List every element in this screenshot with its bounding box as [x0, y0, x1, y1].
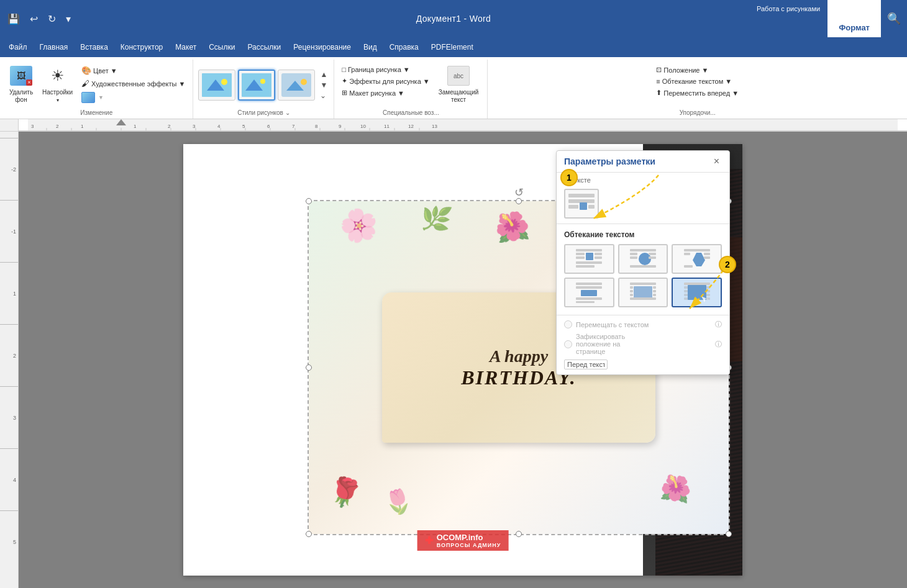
document-area[interactable]: ↺ 🌸 🌿 🌺 🌼 🌹 🌷 🌸 🌺 A happy: [19, 132, 907, 588]
pic-layout-button[interactable]: ⊞ Макет рисунка ▼: [339, 88, 432, 98]
handle-top-left[interactable]: [306, 198, 312, 204]
customize-qat-button[interactable]: ▾: [62, 11, 75, 27]
svg-text:2: 2: [168, 124, 171, 129]
redo-button[interactable]: ↻: [44, 11, 60, 27]
remove-bg-button[interactable]: 🖼 ✕ Удалитьфон: [5, 62, 37, 106]
wrap-text-button[interactable]: ≡ Обтекание текстом ▼: [654, 76, 741, 86]
svg-text:9: 9: [339, 124, 342, 129]
menu-pdfelement[interactable]: PDFElement: [425, 40, 480, 54]
svg-text:7: 7: [292, 124, 295, 129]
pic-effects-button[interactable]: ✦ Эффекты для рисунка ▼: [339, 76, 432, 86]
svg-text:3: 3: [193, 124, 196, 129]
handle-bot-center[interactable]: [516, 531, 522, 537]
menu-insert[interactable]: Вставка: [74, 40, 114, 54]
rotate-handle[interactable]: ↺: [514, 186, 524, 199]
handle-mid-left[interactable]: [306, 364, 312, 371]
svg-rect-72: [581, 290, 597, 296]
wrap-through-button[interactable]: [672, 244, 722, 274]
color-button[interactable]: 🎨 Цвет ▼: [79, 65, 188, 76]
format-tab[interactable]: Формат: [827, 0, 881, 37]
save-button[interactable]: 💾: [4, 11, 24, 27]
pic-style-1[interactable]: [198, 70, 235, 101]
settings-icon: ☀: [45, 65, 70, 87]
handle-top-center[interactable]: [516, 198, 522, 204]
svg-rect-63: [630, 265, 656, 268]
wrap-top-bottom-button[interactable]: [564, 278, 614, 307]
menu-review[interactable]: Рецензирование: [287, 40, 357, 54]
svg-text:12: 12: [408, 124, 414, 129]
handle-bot-left[interactable]: [306, 531, 312, 537]
pic-border-label: Граница рисунка ▼: [348, 66, 410, 73]
undo-button[interactable]: ↩: [26, 11, 42, 27]
wrap-tight-button[interactable]: [618, 244, 668, 274]
pic-style-2[interactable]: [238, 70, 275, 101]
svg-text:10: 10: [360, 124, 366, 129]
menu-home[interactable]: Главная: [34, 40, 75, 54]
watermark-tagline: ВОПРОСЫ АДМИНУ: [437, 542, 501, 548]
svg-rect-71: [576, 286, 602, 289]
pic-styles-row1: [198, 70, 315, 101]
svg-rect-10: [28, 119, 898, 131]
panel-divider-2: [557, 315, 729, 315]
position-icon: ⊡: [656, 66, 662, 74]
fix-position-label: Зафиксироватьположение настранице: [576, 333, 625, 355]
wrap-square-button[interactable]: [564, 244, 614, 274]
move-with-text-radio[interactable]: [564, 320, 572, 328]
svg-rect-64: [684, 249, 710, 251]
annotation-1: 1: [560, 169, 578, 186]
move-with-text-label: Перемещать с текстом: [576, 321, 649, 328]
change-group-label: Изменение: [5, 108, 188, 119]
inline-options: [557, 186, 729, 221]
fix-position-info-icon[interactable]: ⓘ: [715, 340, 722, 349]
style-scroll-buttons[interactable]: ▲ ▼ ⌄: [319, 70, 329, 100]
svg-text:5: 5: [242, 124, 245, 129]
scroll-up-button[interactable]: ▲: [320, 70, 327, 79]
fix-position-radio[interactable]: [564, 340, 572, 348]
bring-forward-button[interactable]: ⬆ Переместить вперед ▼: [654, 88, 741, 98]
search-button[interactable]: 🔍: [881, 0, 907, 37]
svg-rect-49: [576, 249, 602, 251]
ruler-mark-neg2: -2: [0, 138, 18, 200]
pic-style-3[interactable]: [278, 70, 315, 101]
watermark: ✚ OCOMP.info ВОПРОСЫ АДМИНУ: [417, 530, 509, 551]
special-col: □ Граница рисунка ▼ ✦ Эффекты для рисунк…: [339, 62, 432, 98]
position-button[interactable]: ⊡ Положение ▼: [654, 65, 741, 75]
wrap-text-label: Обтекание текстом ▼: [662, 78, 732, 85]
menu-file[interactable]: Файл: [2, 40, 34, 54]
ruler-mark-1: 1: [0, 262, 18, 324]
settings-button[interactable]: ☀ Настройки▾: [39, 62, 76, 106]
card-happy-text: A happy: [490, 346, 548, 366]
special-group-label: Специальные воз...: [339, 108, 482, 119]
svg-marker-66: [693, 253, 705, 266]
menu-design[interactable]: Конструктор: [114, 40, 169, 54]
arrange-group-label: Упорядочи...: [493, 108, 902, 119]
pic-border-button[interactable]: □ Граница рисунка ▼: [339, 65, 432, 75]
pic-border-icon: □: [342, 66, 346, 73]
pic-styles-expand-icon[interactable]: ⌄: [285, 109, 290, 116]
document-title: Документ1 - Word: [416, 14, 491, 24]
wrap-section-header: Обтекание текстом: [557, 227, 729, 242]
svg-rect-60: [649, 253, 656, 255]
menu-view[interactable]: Вид: [357, 40, 383, 54]
art-effects-button[interactable]: 🖌 Художественные эффекты ▼: [79, 78, 188, 89]
menu-help[interactable]: Справка: [383, 40, 425, 54]
scroll-down-button[interactable]: ▼: [320, 81, 327, 89]
move-with-text-info-icon[interactable]: ⓘ: [715, 320, 722, 329]
svg-rect-62: [649, 256, 656, 259]
handle-bot-right[interactable]: [726, 531, 732, 537]
position-label: Положение ▼: [663, 66, 708, 74]
inline-text-input[interactable]: [564, 360, 608, 369]
layout-panel-close-button[interactable]: ×: [711, 156, 722, 167]
compress-btn[interactable]: ▼: [79, 91, 188, 104]
menu-bar: Файл Главная Вставка Конструктор Макет С…: [0, 37, 907, 57]
art-effects-icon: 🖌: [81, 79, 89, 88]
menu-references[interactable]: Ссылки: [203, 40, 241, 54]
expand-styles-button[interactable]: ⌄: [320, 91, 327, 100]
menu-mailings[interactable]: Рассылки: [241, 40, 287, 54]
inline-option-button[interactable]: [564, 189, 599, 219]
menu-layout[interactable]: Макет: [169, 40, 203, 54]
placeholder-text-button[interactable]: abc Замещающийтекст: [435, 62, 483, 106]
wrap-behind-button[interactable]: [618, 278, 668, 307]
wrap-infront-button[interactable]: [672, 278, 722, 307]
panel-divider-1: [557, 224, 729, 224]
